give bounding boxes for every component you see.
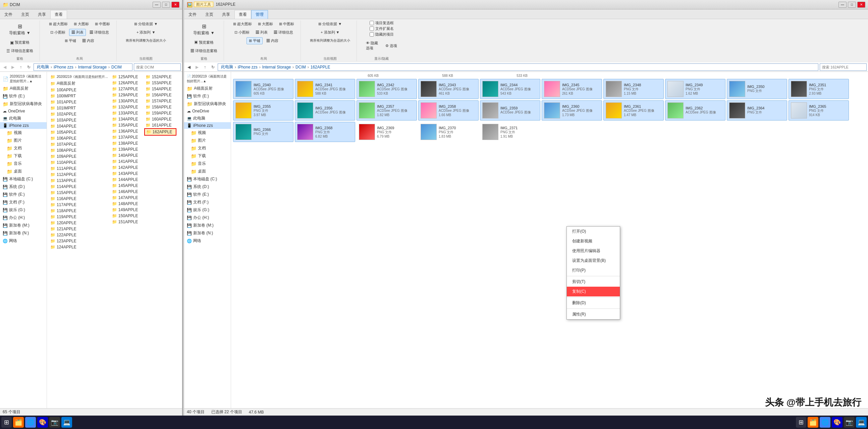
- sidebar-d[interactable]: 💾 系统 (D:): [0, 183, 46, 191]
- sidebar-onedrive[interactable]: ☁ OneDrive: [0, 108, 46, 114]
- folder-item[interactable]: 📁111APPLE: [49, 166, 109, 172]
- left-xlarge-btn[interactable]: ⊞ 超大图标: [46, 21, 70, 28]
- sidebar-c[interactable]: 💾 本地磁盘 (C:): [0, 175, 46, 183]
- file-item-img_2342[interactable]: IMG_2342ACDSee JPEG 图像533 KB: [356, 79, 417, 99]
- right-content-btn[interactable]: ☰ 内容: [264, 37, 281, 44]
- right-tab-home[interactable]: 主页: [201, 10, 218, 19]
- folder-item[interactable]: 📁136APPLE: [111, 128, 143, 134]
- folder-item[interactable]: 📁159APPLE: [144, 110, 177, 116]
- right-tab-manage[interactable]: 管理: [251, 10, 268, 19]
- right-sidebar-h[interactable]: 💾 办公 (H:): [184, 214, 231, 222]
- sidebar-music[interactable]: 📁 音乐: [0, 160, 46, 168]
- sidebar-software-e[interactable]: 💾 软件 (E:): [0, 92, 46, 100]
- folder-item[interactable]: 📁113APPLE: [49, 178, 109, 183]
- folder-item[interactable]: 📁100IMPRT: [49, 93, 109, 99]
- left-large-btn[interactable]: ⊞ 大图标: [71, 21, 91, 28]
- right-back-btn[interactable]: ◀: [185, 64, 192, 70]
- left-tab-home[interactable]: 主页: [17, 10, 34, 19]
- ctx-print[interactable]: 打印(P): [567, 265, 620, 275]
- sidebar-desktop[interactable]: 📁 桌面: [0, 168, 46, 175]
- right-large-btn[interactable]: ⊞ 大图标: [255, 21, 275, 28]
- right-check-ext[interactable]: 文件扩展名: [370, 26, 394, 31]
- right-tab-share[interactable]: 共享: [218, 10, 235, 19]
- folder-item[interactable]: 📁109APPLE: [49, 153, 109, 160]
- folder-item[interactable]: 📁137APPLE: [111, 134, 143, 140]
- folder-item[interactable]: 📁124APPLE: [49, 244, 109, 250]
- check-item-select-input[interactable]: [370, 21, 374, 25]
- folder-item[interactable]: 📁101IMPRT: [49, 105, 109, 111]
- right-sidebar-software[interactable]: 💾 软件 (E:): [184, 92, 231, 100]
- ctx-open[interactable]: 打开(O): [567, 227, 620, 236]
- left-group-by-btn[interactable]: ⊞ 分组依据 ▼: [132, 21, 160, 28]
- ctx-photo-editor[interactable]: 使用照片编辑器: [567, 246, 620, 256]
- folder-item[interactable]: 📁103APPLE: [49, 117, 109, 123]
- folder-item[interactable]: 📁120APPLE: [49, 220, 109, 226]
- right-crumb-iphone[interactable]: iPhone zzs: [237, 64, 258, 70]
- left-forward-btn[interactable]: ▶: [9, 64, 16, 70]
- right-sidebar-n[interactable]: 💾 新加卷 (N:): [184, 229, 231, 237]
- folder-item[interactable]: 📁149APPLE: [111, 207, 143, 213]
- folder-item[interactable]: 📁 A镜面反射: [49, 80, 109, 87]
- left-detail-btn[interactable]: ☰ 详细信息: [87, 29, 111, 36]
- folder-item[interactable]: 📁126APPLE: [111, 80, 143, 86]
- right-sidebar-m[interactable]: 💾 新加卷 (M:): [184, 222, 231, 229]
- right-sidebar-pictures[interactable]: 📁 图片: [184, 137, 231, 144]
- folder-item[interactable]: 📁145APPLE: [111, 182, 143, 189]
- left-list-btn[interactable]: ☰ 列表: [69, 29, 86, 36]
- folder-item[interactable]: 📁115APPLE: [49, 190, 109, 196]
- right-sidebar-d[interactable]: 💾 系统 (D:): [184, 183, 231, 191]
- file-item-img_2365[interactable]: IMG_2365PNG 文件914 KB: [788, 101, 849, 120]
- folder-item[interactable]: 📁150APPLE: [111, 213, 143, 219]
- file-item-img_2348[interactable]: IMG_2348PNG 文件1.15 MB: [603, 79, 664, 99]
- file-item-img_2349[interactable]: IMG_2349PNG 文件1.62 MB: [665, 79, 725, 99]
- file-item-img_2368[interactable]: IMG_2368PNG 文件6.82 MB: [295, 122, 355, 142]
- file-item-img_2364[interactable]: IMG_2364PNG 文件: [727, 101, 787, 120]
- right-sidebar-covid[interactable]: 📁 新型冠状病毒肺炎: [184, 100, 231, 108]
- right-crumb-dcim[interactable]: DCIM: [294, 64, 307, 70]
- sidebar-g[interactable]: 💾 娱乐 (G:): [0, 206, 46, 214]
- right-sidebar-g[interactable]: 💾 娱乐 (G:): [184, 206, 231, 214]
- right-sidebar-f[interactable]: 💾 文档 (F:): [184, 198, 231, 206]
- left-content-btn[interactable]: ☰ 内容: [80, 37, 97, 44]
- taskbar-folder-app-right[interactable]: 🗂️: [808, 417, 818, 428]
- sidebar-docs[interactable]: 📁 文档: [0, 144, 46, 152]
- right-refresh-btn[interactable]: ↻: [210, 64, 216, 70]
- start-button[interactable]: ⊞: [1, 417, 12, 428]
- folder-item[interactable]: 📁146APPLE: [111, 189, 143, 195]
- right-xlarge-btn[interactable]: ⊞ 超大图标: [231, 21, 254, 28]
- folder-item[interactable]: 📁148APPLE: [111, 201, 143, 207]
- right-details-btn[interactable]: ☰ 详细信息窗格: [188, 47, 220, 54]
- right-preview-btn[interactable]: ▣ 预览窗格: [192, 39, 216, 46]
- right-group-by-btn[interactable]: ⊞ 分组依据 ▼: [316, 21, 344, 28]
- file-item-img_2345[interactable]: IMG_2345ACDSee JPEG 图像261 KB: [542, 79, 602, 99]
- left-tab-view[interactable]: 查看: [50, 10, 67, 19]
- sidebar-thispc[interactable]: 💻 此电脑: [0, 114, 46, 122]
- left-small-btn[interactable]: ⊡ 小图标: [48, 29, 68, 36]
- folder-item[interactable]: 📁154APPLE: [144, 86, 177, 92]
- right-sidebar-music[interactable]: 📁 音乐: [184, 160, 231, 168]
- left-fit-col-btn[interactable]: 将所有列调整为合适的大小: [123, 37, 168, 44]
- right-sidebar-network[interactable]: 🌐 网络: [184, 237, 231, 245]
- folder-item[interactable]: 📁106APPLE: [49, 135, 109, 141]
- left-close-btn[interactable]: ✕: [172, 2, 180, 8]
- file-item-img_2350[interactable]: IMG_2350PNG 文件: [727, 79, 787, 99]
- folder-item[interactable]: 📁114APPLE: [49, 183, 109, 190]
- folder-item[interactable]: 📁130APPLE: [111, 98, 143, 104]
- file-item-img_2355[interactable]: IMG_2355PNG 文件3.97 MB: [233, 101, 293, 120]
- file-item-img_2344[interactable]: IMG_2344ACDSee JPEG 图像543 KB: [480, 79, 540, 99]
- right-crumb-pc[interactable]: 此电脑: [220, 64, 234, 70]
- check-hidden-input[interactable]: [370, 32, 374, 36]
- folder-item[interactable]: 📁122APPLE: [49, 232, 109, 238]
- check-ext-input[interactable]: [370, 27, 374, 31]
- folder-item[interactable]: 📁125APPLE: [111, 74, 143, 80]
- folder-item[interactable]: 📁 20200219《画面简洁是拍好照片...: [49, 74, 109, 80]
- taskbar-pc-app-right[interactable]: 💻: [856, 417, 867, 428]
- sidebar-n[interactable]: 💾 新加卷 (N:): [0, 229, 46, 237]
- file-item-img_2371[interactable]: IMG_2371PNG 文件1.91 MB: [480, 122, 540, 142]
- file-item-img_2360[interactable]: IMG_2360ACDSee JPEG 图像1.73 MB: [542, 101, 602, 120]
- sidebar-m[interactable]: 💾 新加卷 (M:): [0, 222, 46, 229]
- folder-item[interactable]: 📁140APPLE: [111, 152, 143, 159]
- file-item-img_2357[interactable]: IMG_2357ACDSee JPEG 图像1.82 MB: [356, 101, 417, 120]
- folder-item[interactable]: 📁101APPLE: [49, 99, 109, 105]
- folder-item[interactable]: 📁112APPLE: [49, 172, 109, 178]
